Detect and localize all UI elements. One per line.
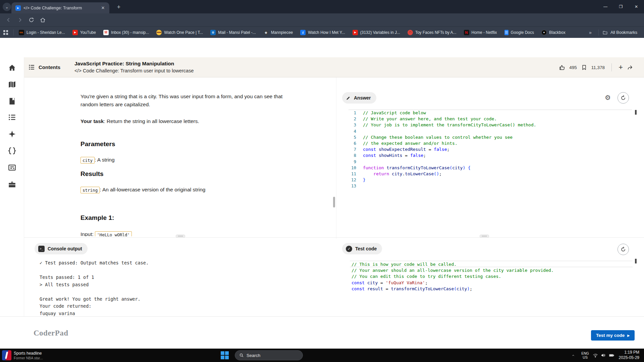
all-bookmarks-button[interactable]: All Bookmarks (602, 30, 637, 35)
sidebar-item-library[interactable] (8, 97, 16, 106)
line-number: 4 (336, 128, 356, 134)
bookmark-item[interactable]: NHome - Netflix (461, 28, 500, 37)
new-tab-button[interactable]: + (115, 3, 123, 11)
browser-tab[interactable]: ▶ </> Code Challenge: Transform ✕ (11, 2, 109, 13)
result-token: string (80, 187, 100, 193)
sidebar-item-ai-sparkle[interactable] (8, 130, 16, 138)
bookmark-item[interactable]: oMail - Mansi Patel -... (207, 28, 259, 37)
parameter-line: city: A string (80, 156, 115, 164)
code-text: // Your answer should an all-lowercase v… (352, 267, 554, 274)
bookmark-item[interactable]: ◈Mannpiecee (260, 28, 296, 37)
splitter-grip[interactable] (480, 235, 489, 238)
tray-chevron-icon[interactable] (571, 353, 579, 357)
bookmark-item[interactable]: ●Blackbox (538, 28, 566, 37)
system-tray: ENG US 1:19 PM 2025-05-29 (571, 349, 644, 362)
code-text: } (363, 177, 366, 183)
code-editor[interactable]: 1// JavaScript code below2// Write your … (336, 110, 637, 236)
clock[interactable]: 1:19 PM 2025-05-29 (619, 350, 639, 360)
bookmark-item[interactable]: fWatch How I Met Y... (297, 28, 348, 37)
bookmark-item[interactable]: D2LLogin - Sheridan Le... (16, 28, 68, 37)
window-maximize-button[interactable]: ❐ (613, 0, 629, 13)
like-icon[interactable] (559, 64, 565, 71)
reload-icon[interactable] (25, 15, 37, 25)
code-line: 2// Write your answer here, and then tes… (336, 116, 637, 122)
bookmark-label: (3132) Variables in J... (360, 30, 400, 35)
line-number: 2 (336, 116, 356, 122)
fbwatch-favicon: f (300, 30, 306, 35)
line-number: 12 (336, 177, 356, 183)
back-icon[interactable] (3, 15, 14, 25)
start-button[interactable] (221, 351, 229, 359)
test-code-tab[interactable]: ✓ Test code (342, 243, 382, 254)
bookmark-item[interactable]: MInbox (30) - mansip... (100, 28, 152, 37)
apps-grid-icon[interactable] (0, 28, 11, 37)
code-text: // the expected answer and/or hints. (363, 140, 458, 146)
test-my-code-button[interactable]: Test my code ▶ (591, 330, 635, 341)
bookmark-item[interactable]: Watch One Pace | T... (153, 28, 206, 37)
line-number: 11 (336, 171, 356, 177)
instructions-panel[interactable]: You're given a string that is a city. Th… (24, 77, 336, 236)
gdocs-favicon (504, 30, 508, 35)
divider (598, 29, 599, 36)
console-line (40, 289, 42, 294)
battery-icon[interactable] (607, 353, 615, 358)
bookmark-item[interactable]: ◠Toy Faces NFTs by A... (405, 28, 460, 37)
example-input-line: Input: 'HeLLo wORld' (80, 230, 132, 236)
input-token: 'HeLLo wORld' (95, 231, 132, 237)
bookmark-item[interactable]: (3132) Variables in J... (350, 28, 403, 37)
code-text: // You can edit this code to try differe… (352, 274, 501, 280)
settings-gear-icon[interactable]: ⚙ (605, 94, 611, 101)
toyfaces-favicon: ◠ (408, 30, 413, 35)
share-icon[interactable] (627, 64, 633, 71)
reset-test-code-button[interactable] (618, 244, 629, 255)
answer-panel[interactable]: Answer ⚙ 1// JavaScript code below2// Wr… (336, 77, 637, 236)
sidebar-item-briefcase[interactable] (8, 180, 16, 189)
window-minimize-button[interactable]: — (598, 0, 613, 13)
sidebar-item-certificate[interactable] (8, 163, 16, 172)
sidebar-item-map[interactable] (8, 80, 16, 89)
wifi-icon[interactable] (591, 353, 599, 358)
tab-close-icon[interactable]: ✕ (100, 5, 106, 11)
console-line: Great work! You got the right answer. (40, 296, 141, 302)
line-number: 13 (336, 183, 356, 189)
reset-code-button[interactable] (618, 92, 629, 104)
bookmark-label: Blackbox (549, 30, 566, 35)
forward-icon[interactable] (14, 15, 25, 25)
add-button[interactable]: + (619, 63, 623, 72)
check-circle-icon: ✓ (346, 246, 352, 252)
sidebar-item-home[interactable] (8, 63, 16, 72)
window-close-button[interactable]: ✕ (629, 0, 644, 13)
line-number: 9 (336, 159, 356, 165)
sidebar-item-list[interactable] (8, 113, 16, 122)
editor-scrollbar[interactable] (635, 110, 637, 115)
bookmark-item[interactable]: YouTube (69, 28, 99, 37)
scrollbar-thumb[interactable] (333, 197, 335, 207)
code-text: const showExpectedResult = false; (363, 146, 449, 153)
code-text: return city.toLowerCase(); (363, 171, 442, 177)
widgets-button[interactable]: Sports headline Former NBA star... (2, 350, 43, 360)
code-line: 8const showHints = false; (336, 153, 637, 159)
certificate-icon (8, 163, 16, 172)
test-code-editor[interactable]: // This is how your code will be called.… (336, 261, 637, 315)
code-line: 4 (336, 128, 637, 134)
splitter-grip[interactable] (176, 235, 185, 238)
bookmark-label: Home - Netflix (472, 30, 497, 35)
home-icon[interactable] (37, 15, 48, 25)
tab-search-icon[interactable]: ⌄ (3, 3, 11, 11)
editor-scrollbar[interactable] (635, 259, 637, 263)
code-line: // Your answer should an all-lowercase v… (336, 267, 637, 274)
line-number: 3 (336, 122, 356, 128)
bookmark-item[interactable]: Google Docs (501, 28, 537, 37)
test-code-panel[interactable]: ✓ Test code // This is how your code wil… (336, 239, 637, 316)
contents-button[interactable]: Contents (28, 64, 60, 71)
answer-tab[interactable]: Answer (342, 92, 376, 104)
language-indicator[interactable]: ENG US (579, 351, 591, 359)
taskbar-search[interactable]: Search (235, 350, 303, 360)
bookmarks-overflow-icon[interactable]: » (589, 30, 592, 35)
volume-icon[interactable] (599, 353, 607, 358)
sidebar-item-code-braces[interactable] (8, 146, 16, 155)
horizontal-splitter[interactable] (24, 237, 644, 238)
bookmark-icon[interactable] (581, 64, 587, 71)
briefcase-icon (8, 180, 16, 189)
console-text: ✓ Test passed: Output matches test case.… (24, 239, 336, 316)
